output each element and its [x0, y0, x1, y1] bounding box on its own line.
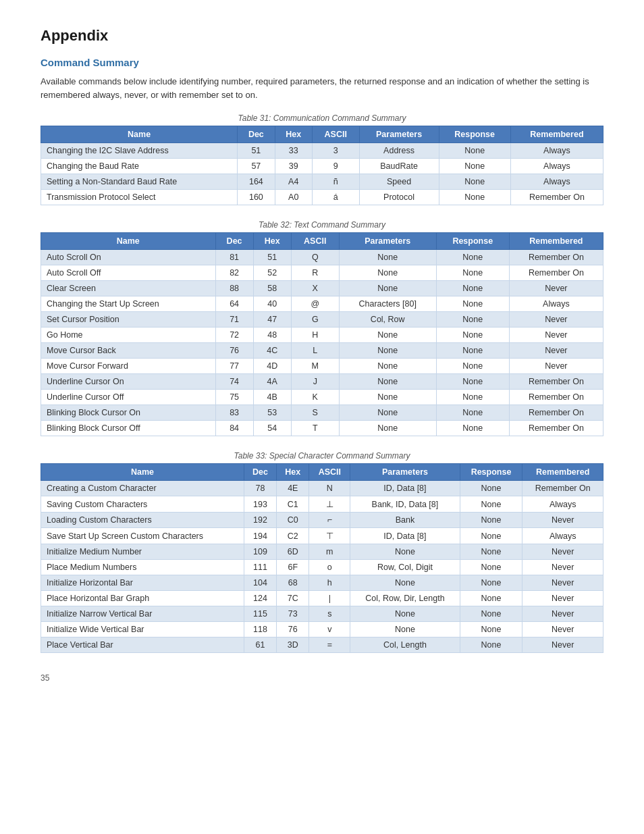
cell-4-0: Initialize Medium Number [41, 544, 244, 560]
cell-4-4: Col, Row [339, 312, 436, 328]
table-row: Move Cursor Forward774DMNoneNoneNever [41, 359, 603, 374]
cell-3-3: á [312, 190, 359, 205]
cell-9-1: 118 [244, 622, 276, 637]
cell-6-5: None [460, 575, 522, 591]
cell-9-2: 76 [277, 622, 309, 637]
cell-10-1: 83 [215, 405, 253, 421]
cell-9-6: Never [522, 622, 603, 637]
cell-3-5: None [460, 528, 522, 544]
table1-caption: Table 31: Communication Command Summary [41, 113, 603, 123]
cell-0-3: 3 [312, 143, 359, 159]
cell-2-5: None [436, 281, 509, 296]
col-header-3: ASCII [309, 464, 350, 481]
cell-5-4: Row, Col, Digit [350, 560, 460, 575]
cell-4-6: Never [522, 544, 603, 560]
cell-7-0: Place Horizontal Bar Graph [41, 591, 244, 606]
cell-11-0: Blinking Block Cursor Off [41, 421, 216, 436]
cell-10-6: Never [522, 637, 603, 653]
cell-1-6: Remember On [509, 265, 603, 281]
table-row: Initialize Narrow Vertical Bar11573sNone… [41, 606, 603, 622]
cell-9-4: None [339, 390, 436, 405]
cell-0-4: Address [359, 143, 439, 159]
col-header-4: Parameters [350, 464, 460, 481]
cell-7-6: Never [509, 359, 603, 374]
table-row: Setting a Non-Standard Baud Rate164A4ñSp… [41, 174, 603, 190]
table-row: Place Horizontal Bar Graph1247C|Col, Row… [41, 591, 603, 606]
cell-2-3: ñ [312, 174, 359, 190]
cell-9-4: None [350, 622, 460, 637]
table-row: Clear Screen8858XNoneNoneNever [41, 281, 603, 296]
cell-2-4: Speed [359, 174, 439, 190]
section-title: Command Summary [41, 57, 603, 68]
table-row: Initialize Horizontal Bar10468hNoneNoneN… [41, 575, 603, 591]
cell-9-3: v [309, 622, 350, 637]
cell-7-1: 124 [244, 591, 276, 606]
cell-2-6: Never [509, 281, 603, 296]
cell-8-6: Never [522, 606, 603, 622]
cell-5-2: 6F [277, 560, 309, 575]
col-header-2: Hex [277, 464, 309, 481]
cell-0-5: None [439, 143, 510, 159]
cell-2-1: 192 [244, 513, 276, 528]
col-header-4: Parameters [339, 233, 436, 250]
cell-1-6: Always [522, 496, 603, 513]
cell-10-5: None [436, 405, 509, 421]
col-header-2: Hex [253, 233, 291, 250]
cell-0-6: Always [510, 143, 603, 159]
cell-5-5: None [460, 560, 522, 575]
cell-0-6: Remember On [522, 481, 603, 496]
cell-4-1: 71 [215, 312, 253, 328]
table-row: Move Cursor Back764CLNoneNoneNever [41, 343, 603, 359]
cell-1-3: 9 [312, 159, 359, 174]
table-row: Blinking Block Cursor On8353SNoneNoneRem… [41, 405, 603, 421]
cell-1-4: BaudRate [359, 159, 439, 174]
table-row: Set Cursor Position7147GCol, RowNoneNeve… [41, 312, 603, 328]
intro-paragraph: Available commands below include identif… [41, 75, 603, 101]
cell-4-5: None [436, 312, 509, 328]
cell-4-3: m [309, 544, 350, 560]
cell-11-3: T [291, 421, 339, 436]
cell-1-5: None [439, 159, 510, 174]
cell-5-2: 48 [253, 328, 291, 343]
cell-8-5: None [436, 374, 509, 390]
col-header-1: Dec [244, 464, 276, 481]
cell-5-3: o [309, 560, 350, 575]
cell-3-6: Remember On [510, 190, 603, 205]
cell-3-5: None [436, 296, 509, 312]
cell-8-4: None [350, 606, 460, 622]
cell-3-0: Save Start Up Screen Custom Characters [41, 528, 244, 544]
cell-7-5: None [460, 591, 522, 606]
cell-5-6: Never [522, 560, 603, 575]
cell-0-0: Creating a Custom Character [41, 481, 244, 496]
cell-1-2: 52 [253, 265, 291, 281]
cell-6-2: 68 [277, 575, 309, 591]
cell-10-4: Col, Length [350, 637, 460, 653]
cell-5-5: None [436, 328, 509, 343]
page-title: Appendix [41, 27, 603, 45]
cell-0-1: 81 [215, 250, 253, 265]
cell-2-2: 58 [253, 281, 291, 296]
table-row: Underline Cursor On744AJNoneNoneRemember… [41, 374, 603, 390]
cell-4-3: G [291, 312, 339, 328]
cell-7-3: M [291, 359, 339, 374]
col-header-2: Hex [275, 126, 312, 143]
cell-4-0: Set Cursor Position [41, 312, 216, 328]
cell-5-1: 72 [215, 328, 253, 343]
cell-7-3: | [309, 591, 350, 606]
col-header-5: Response [439, 126, 510, 143]
cell-2-3: ⌐ [309, 513, 350, 528]
cell-5-3: H [291, 328, 339, 343]
cell-8-0: Underline Cursor On [41, 374, 216, 390]
col-header-1: Dec [215, 233, 253, 250]
special-char-table: NameDecHexASCIIParametersResponseRemembe… [41, 463, 603, 653]
cell-3-3: @ [291, 296, 339, 312]
cell-3-4: Characters [80] [339, 296, 436, 312]
cell-3-1: 160 [238, 190, 275, 205]
col-header-4: Parameters [359, 126, 439, 143]
cell-8-3: s [309, 606, 350, 622]
cell-3-6: Always [509, 296, 603, 312]
table-row: Initialize Wide Vertical Bar11876vNoneNo… [41, 622, 603, 637]
table2-caption: Table 32: Text Command Summary [41, 220, 603, 230]
cell-6-0: Initialize Horizontal Bar [41, 575, 244, 591]
cell-2-6: Never [522, 513, 603, 528]
